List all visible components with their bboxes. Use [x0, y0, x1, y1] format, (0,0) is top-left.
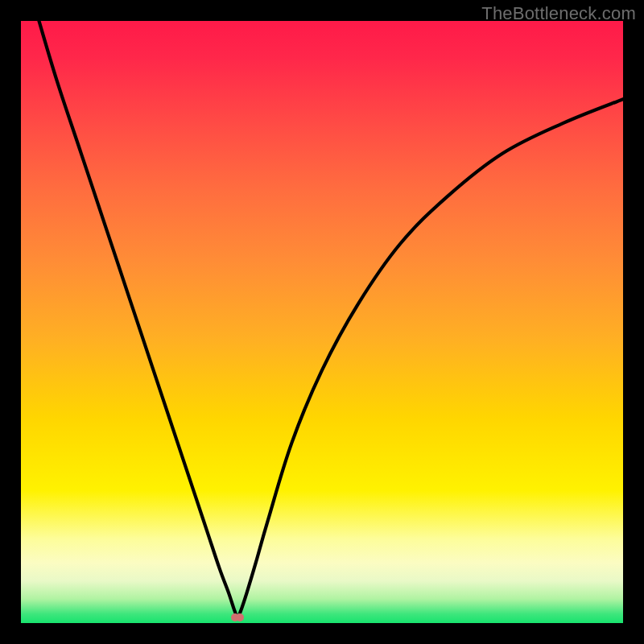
curve-svg [21, 21, 623, 623]
marker-dot [236, 613, 244, 621]
bottleneck-curve-path [39, 21, 623, 617]
optimal-point-marker [231, 613, 244, 622]
chart-frame: TheBottleneck.com [0, 0, 644, 644]
plot-area [21, 21, 623, 623]
